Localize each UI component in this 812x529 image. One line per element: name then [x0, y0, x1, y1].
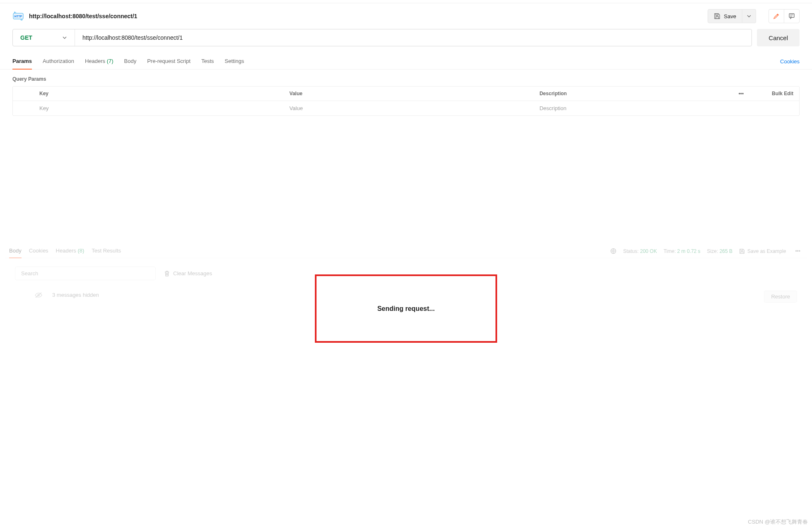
save-as-example[interactable]: Save as Example — [739, 248, 786, 254]
resp-tab-cookies[interactable]: Cookies — [29, 244, 48, 258]
resp-tab-headers[interactable]: Headers (8) — [56, 244, 85, 258]
response-tabs-row: Body Cookies Headers (8) Test Results St… — [5, 244, 807, 258]
save-icon — [739, 248, 745, 254]
size-value: 265 B — [720, 248, 732, 254]
request-tabs: Params Authorization Headers (7) Body Pr… — [0, 54, 812, 70]
save-button[interactable]: Save — [708, 9, 742, 23]
size-label: Size: — [707, 248, 718, 254]
resp-tab-headers-count: (8) — [77, 248, 84, 254]
response-meta: Status: 200 OK Time: 2 m 0.72 s Size: 26… — [610, 248, 803, 254]
col-description: Description — [534, 87, 729, 101]
tab-headers-count: (7) — [107, 58, 114, 64]
clear-messages-label: Clear Messages — [173, 270, 212, 277]
tab-headers[interactable]: Headers (7) — [85, 54, 114, 69]
param-value-placeholder[interactable]: Value — [284, 101, 534, 115]
tab-strip — [0, 0, 812, 3]
globe-icon — [610, 248, 616, 254]
status-label: Status: — [623, 248, 638, 254]
col-options[interactable]: ••• — [729, 87, 754, 101]
request-header: HTTP http://localhost:8080/test/sse/conn… — [0, 3, 812, 29]
time-value: 2 m 0.72 s — [677, 248, 701, 254]
save-button-group: Save — [708, 9, 756, 23]
comment-icon — [788, 13, 795, 19]
method-select[interactable]: GET — [13, 29, 75, 46]
watermark: CSDN @谁不想飞舞青春 — [748, 518, 808, 526]
save-example-label: Save as Example — [747, 248, 786, 254]
tab-authorization[interactable]: Authorization — [43, 54, 74, 69]
status-value: 200 OK — [640, 248, 657, 254]
sending-overlay: Sending request... — [315, 274, 497, 343]
request-title: http://localhost:8080/test/sse/connect/1 — [29, 13, 137, 19]
tab-settings[interactable]: Settings — [225, 54, 244, 69]
response-more[interactable]: ••• — [793, 248, 803, 254]
save-dropdown[interactable] — [742, 9, 756, 23]
pencil-icon — [773, 13, 780, 19]
params-row-empty[interactable]: Key Value Description — [13, 101, 799, 115]
sending-text: Sending request... — [377, 305, 435, 313]
bulk-edit-link[interactable]: Bulk Edit — [754, 87, 799, 101]
cookies-link[interactable]: Cookies — [780, 54, 800, 69]
col-value: Value — [284, 87, 534, 101]
clear-messages[interactable]: Clear Messages — [164, 270, 212, 277]
resp-tab-headers-label: Headers — [56, 248, 76, 254]
chevron-down-icon — [62, 35, 67, 40]
svg-rect-2 — [789, 14, 794, 17]
resp-tab-body[interactable]: Body — [9, 244, 22, 258]
params-table: Key Value Description ••• Bulk Edit Key … — [12, 86, 800, 116]
query-params-title: Query Params — [0, 70, 812, 86]
param-desc-placeholder[interactable]: Description — [534, 101, 729, 115]
comment-button[interactable] — [784, 10, 799, 23]
tab-tests[interactable]: Tests — [201, 54, 214, 69]
svg-text:HTTP: HTTP — [15, 15, 22, 18]
tab-params[interactable]: Params — [12, 54, 32, 69]
search-input[interactable] — [15, 267, 156, 280]
method-label: GET — [20, 34, 32, 41]
eye-off-icon — [35, 292, 42, 298]
time-label: Time: — [664, 248, 676, 254]
tab-headers-label: Headers — [85, 58, 105, 64]
restore-button[interactable]: Restore — [764, 291, 797, 303]
save-icon — [714, 13, 720, 19]
col-key: Key — [34, 87, 284, 101]
url-box: GET — [12, 29, 752, 46]
tab-body[interactable]: Body — [124, 54, 137, 69]
tab-prerequest[interactable]: Pre-request Script — [147, 54, 191, 69]
trash-icon — [164, 271, 170, 277]
hidden-messages-text: 3 messages hidden — [52, 292, 99, 298]
param-key-placeholder[interactable]: Key — [34, 101, 284, 115]
url-input[interactable] — [75, 29, 752, 46]
resp-tab-testresults[interactable]: Test Results — [92, 244, 121, 258]
params-table-header: Key Value Description ••• Bulk Edit — [13, 87, 799, 101]
http-icon: HTTP — [12, 11, 24, 21]
edit-button[interactable] — [769, 10, 784, 23]
chevron-down-icon — [747, 14, 752, 19]
save-label: Save — [724, 13, 736, 19]
cancel-button[interactable]: Cancel — [757, 29, 800, 46]
url-row: GET Cancel — [0, 29, 812, 54]
header-icon-group — [768, 9, 800, 23]
